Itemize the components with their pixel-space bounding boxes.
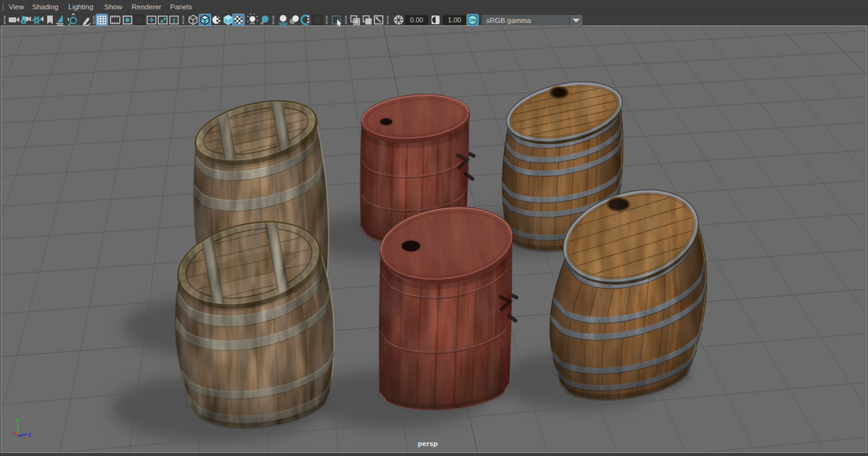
svg-text:z: z: [29, 431, 32, 438]
svg-text:ON: ON: [469, 17, 476, 23]
svg-text:T: T: [172, 17, 177, 24]
svg-text:y: y: [16, 417, 20, 424]
svg-text:0.00: 0.00: [410, 16, 423, 24]
svg-text:sRGB gamma: sRGB gamma: [486, 17, 531, 24]
svg-text:1.00: 1.00: [448, 16, 461, 24]
